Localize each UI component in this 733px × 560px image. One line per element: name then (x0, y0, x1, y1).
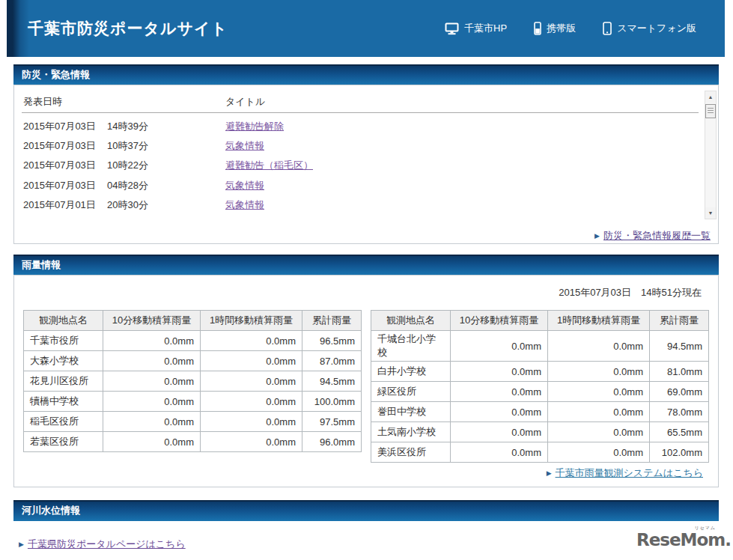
emergency-row: 2015年07月03日14時39分 避難勧告解除 (23, 120, 148, 133)
link-smartphone-version[interactable]: スマートフォン版 (603, 22, 696, 35)
announce-date: 2015年07月01日 (23, 198, 107, 212)
announcement-link[interactable]: 避難勧告（稲毛区） (225, 159, 313, 172)
rain-1hour: 0.0mm (201, 392, 302, 412)
table-row: 千城台北小学校 0.0mm 0.0mm 94.5mm (371, 331, 709, 362)
rain-total: 87.0mm (302, 351, 362, 371)
triangle-bullet-icon: ▶ (547, 469, 552, 477)
rain-10min: 0.0mm (451, 331, 548, 362)
announce-date: 2015年07月03日 (23, 179, 107, 192)
prefecture-portal-link[interactable]: 千葉県防災ポータルページはこちら (28, 538, 186, 550)
rain-1hour: 0.0mm (201, 432, 302, 452)
table-row: 花見川区役所 0.0mm 0.0mm 94.5mm (24, 371, 362, 392)
column-header: 累計雨量 (650, 311, 709, 331)
rain-total: 96.0mm (302, 432, 362, 452)
station-name: 犢橋中学校 (24, 392, 103, 412)
site-header: 千葉市防災ポータルサイト 千葉市HP 携帯版 (7, 0, 725, 57)
section-bar-emergency: 防災・緊急情報 (13, 64, 719, 85)
rain-10min: 0.0mm (103, 351, 201, 371)
station-name: 大森小学校 (24, 351, 103, 371)
system-link-row: ▶千葉市雨量観測システムはこちら (547, 466, 703, 480)
table-row: 誉田中学校 0.0mm 0.0mm 78.0mm (371, 402, 709, 422)
table-row: 白井小学校 0.0mm 0.0mm 81.0mm (371, 362, 709, 382)
section-bar-river: 河川水位情報 (13, 500, 719, 521)
rain-1hour: 0.0mm (548, 382, 650, 402)
rain-system-link[interactable]: 千葉市雨量観測システムはこちら (556, 467, 703, 478)
column-header: 1時間移動積算雨量 (201, 311, 302, 331)
header-link-label: 千葉市HP (464, 22, 507, 35)
rainfall-panel: 2015年07月03日 14時51分現在 観測地点名 10分移動積算雨量 1時間… (13, 275, 719, 487)
rain-1hour: 0.0mm (548, 362, 650, 382)
rain-total: 81.0mm (650, 362, 709, 382)
announcement-link[interactable]: 気象情報 (225, 139, 264, 153)
rain-10min: 0.0mm (451, 422, 548, 442)
rain-10min: 0.0mm (451, 442, 548, 463)
station-name: 誉田中学校 (371, 402, 451, 422)
announce-time: 20時30分 (107, 199, 148, 210)
announcement-link[interactable]: 気象情報 (225, 179, 264, 192)
rain-total: 97.5mm (302, 412, 362, 432)
table-row: 土気南小学校 0.0mm 0.0mm 65.5mm (371, 422, 709, 442)
column-header: 1時間移動積算雨量 (548, 311, 650, 331)
rain-total: 102.0mm (650, 442, 709, 463)
rain-10min: 0.0mm (103, 392, 201, 412)
history-link-row: ▶防災・緊急情報履歴一覧 (594, 229, 711, 243)
header-link-label: 携帯版 (547, 22, 576, 35)
rain-total: 65.5mm (650, 422, 709, 442)
table-row: 若葉区役所 0.0mm 0.0mm 96.0mm (24, 432, 362, 452)
announce-time: 14時39分 (107, 121, 148, 132)
rain-1hour: 0.0mm (201, 371, 302, 392)
mobile-phone-icon (534, 22, 541, 35)
station-name: 美浜区役所 (371, 442, 451, 463)
link-mobile-version[interactable]: 携帯版 (534, 22, 576, 35)
link-chiba-city-hp[interactable]: 千葉市HP (445, 22, 507, 35)
rain-10min: 0.0mm (451, 382, 548, 402)
rain-1hour: 0.0mm (548, 402, 650, 422)
rain-10min: 0.0mm (451, 402, 548, 422)
emergency-history-link[interactable]: 防災・緊急情報履歴一覧 (603, 230, 711, 241)
table-row: 美浜区役所 0.0mm 0.0mm 102.0mm (371, 442, 709, 463)
rain-1hour: 0.0mm (548, 442, 650, 463)
rain-total: 100.0mm (302, 392, 362, 412)
rain-total: 94.5mm (302, 371, 362, 392)
rainfall-table-right: 観測地点名 10分移動積算雨量 1時間移動積算雨量 累計雨量 千城台北小学校 0… (371, 310, 709, 463)
page-title: 千葉市防災ポータルサイト (28, 18, 228, 39)
table-row: 千葉市役所 0.0mm 0.0mm 96.5mm (24, 331, 362, 351)
resemom-watermark: リセマム ReseMom. (636, 525, 726, 550)
rain-1hour: 0.0mm (548, 422, 650, 442)
scroll-thumb[interactable] (705, 104, 716, 118)
watermark-logo: ReseMom. (636, 530, 731, 550)
station-name: 緑区役所 (371, 382, 451, 402)
emergency-scrollbar[interactable]: ▲ ▼ (705, 91, 717, 219)
announcement-link[interactable]: 避難勧告解除 (225, 120, 284, 133)
column-header: 10分移動積算雨量 (103, 311, 201, 331)
rain-total: 69.0mm (650, 382, 709, 402)
table-header-row: 観測地点名 10分移動積算雨量 1時間移動積算雨量 累計雨量 (24, 311, 362, 331)
triangle-bullet-icon: ▶ (594, 232, 600, 240)
triangle-bullet-icon: ▶ (19, 541, 24, 548)
rain-10min: 0.0mm (103, 432, 201, 452)
station-name: 千葉市役所 (24, 331, 103, 351)
announce-date: 2015年07月03日 (23, 120, 107, 133)
column-header: 観測地点名 (371, 311, 451, 331)
table-row: 大森小学校 0.0mm 0.0mm 87.0mm (24, 351, 362, 371)
column-header: 累計雨量 (302, 311, 362, 331)
table-row: 犢橋中学校 0.0mm 0.0mm 100.0mm (24, 392, 362, 412)
station-name: 白井小学校 (371, 362, 451, 382)
scroll-up-button[interactable]: ▲ (705, 91, 716, 103)
announce-time: 10時37分 (107, 140, 148, 151)
announcement-link[interactable]: 気象情報 (225, 198, 264, 212)
rain-total: 96.5mm (302, 331, 362, 351)
scroll-thumb-grip (708, 108, 714, 114)
emergency-row: 2015年07月03日10時22分 避難勧告（稲毛区） (23, 159, 148, 172)
rain-1hour: 0.0mm (201, 351, 302, 371)
station-name: 千城台北小学校 (371, 331, 451, 362)
header-nav: 千葉市HP 携帯版 スマートフォン版 (445, 0, 696, 57)
rain-10min: 0.0mm (103, 331, 201, 351)
rain-1hour: 0.0mm (548, 331, 650, 362)
scroll-down-button[interactable]: ▼ (705, 207, 716, 219)
announce-date: 2015年07月03日 (23, 139, 107, 153)
rain-total: 78.0mm (650, 402, 709, 422)
rainfall-timestamp: 2015年07月03日 14時51分現在 (559, 286, 702, 299)
announce-time: 04時28分 (107, 180, 148, 191)
announce-time: 10時22分 (107, 159, 148, 171)
